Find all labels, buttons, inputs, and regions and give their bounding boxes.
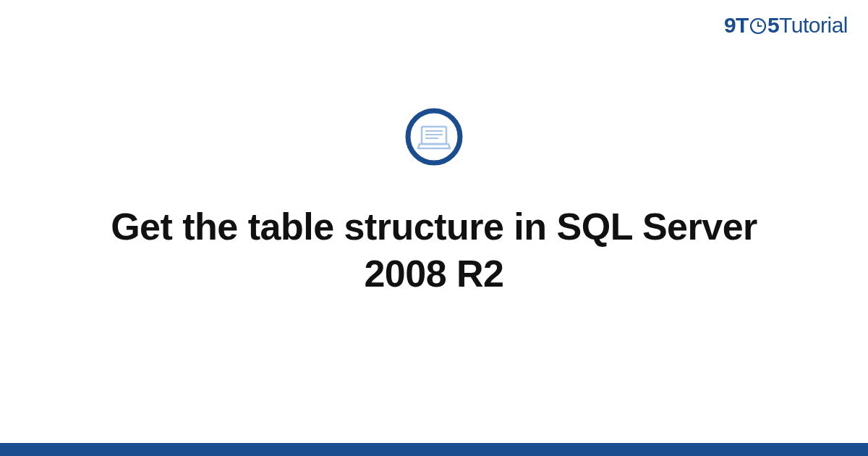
footer-accent-bar: [0, 443, 868, 456]
main-content: Get the table structure in SQL Server 20…: [0, 0, 868, 456]
laptop-icon: [405, 108, 463, 169]
page-title: Get the table structure in SQL Server 20…: [109, 203, 760, 297]
svg-point-3: [408, 111, 460, 163]
